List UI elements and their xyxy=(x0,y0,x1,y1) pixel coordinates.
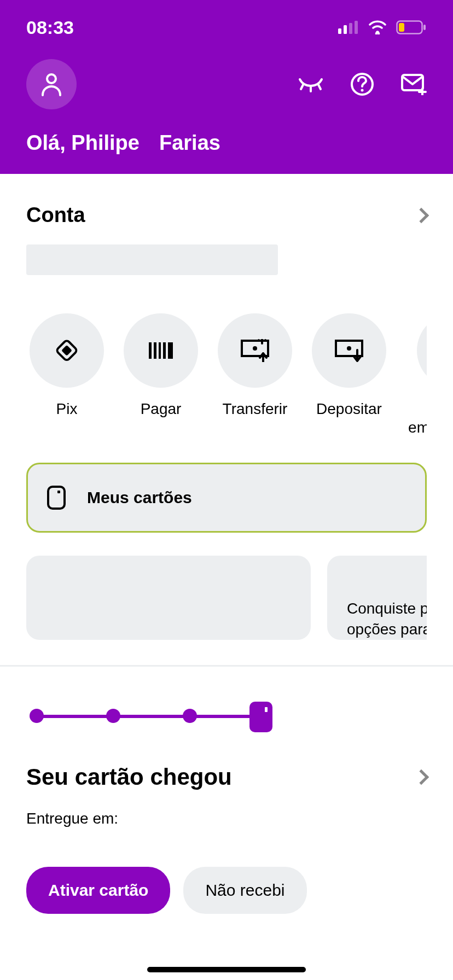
person-icon xyxy=(40,72,62,96)
action-circle xyxy=(417,313,427,388)
svg-rect-11 xyxy=(402,75,423,90)
barcode-icon xyxy=(149,342,173,359)
action-depositar[interactable]: Depositar xyxy=(309,313,390,436)
svg-point-8 xyxy=(47,74,56,83)
svg-rect-0 xyxy=(338,28,341,34)
progress-line xyxy=(33,715,263,718)
greeting: Olá, Philipe Farias xyxy=(26,131,427,155)
svg-rect-17 xyxy=(163,342,166,359)
action-pagar[interactable]: Pagar xyxy=(120,313,201,436)
action-label: Transferir xyxy=(223,400,288,418)
chevron-right-icon xyxy=(414,207,429,223)
action-emprestimo[interactable]: Pegar emprestado xyxy=(405,313,427,436)
main-content: Conta Pix Pagar xyxy=(0,203,453,640)
help-icon[interactable] xyxy=(350,72,374,96)
action-label: Pix xyxy=(56,400,78,418)
action-circle xyxy=(312,313,386,388)
my-cards-label: Meus cartões xyxy=(87,488,192,507)
status-icons xyxy=(338,20,427,34)
svg-point-22 xyxy=(347,346,351,351)
section-divider xyxy=(0,665,453,667)
progress-step xyxy=(30,709,44,723)
action-transferir[interactable]: Transferir xyxy=(214,313,295,436)
action-circle xyxy=(124,313,198,388)
action-label: Pagar xyxy=(141,400,182,418)
chevron-right-icon xyxy=(414,769,429,785)
card-arrived-row[interactable]: Seu cartão chegou xyxy=(26,764,427,790)
promo-text: Conquiste p opções para xyxy=(347,600,427,638)
progress-step xyxy=(106,709,120,723)
home-indicator[interactable] xyxy=(147,967,306,972)
status-bar: 08:33 xyxy=(26,0,427,55)
svg-rect-15 xyxy=(154,342,156,359)
wifi-icon xyxy=(368,20,387,34)
account-title: Conta xyxy=(26,203,85,227)
greeting-surname: Farias xyxy=(159,131,220,155)
header-actions xyxy=(298,72,427,96)
account-row[interactable]: Conta xyxy=(26,203,427,227)
quick-actions: Pix Pagar xyxy=(26,313,427,436)
card-actions: Ativar cartão Não recebi xyxy=(26,867,427,914)
promo-card[interactable] xyxy=(26,556,311,640)
transfer-in-icon xyxy=(334,339,364,362)
promo-carousel[interactable]: Conquiste p opções para xyxy=(26,556,427,640)
progress-step-final xyxy=(249,702,272,732)
svg-rect-24 xyxy=(48,487,65,509)
delivered-label: Entregue em: xyxy=(26,810,427,827)
action-pix[interactable]: Pix xyxy=(26,313,107,436)
my-cards-button[interactable]: Meus cartões xyxy=(26,463,427,533)
svg-rect-13 xyxy=(61,345,72,356)
svg-rect-16 xyxy=(159,342,161,359)
action-label: Pegar emprestado xyxy=(405,400,427,436)
not-received-button[interactable]: Não recebi xyxy=(183,867,306,914)
svg-rect-1 xyxy=(344,25,347,34)
status-time: 08:33 xyxy=(26,17,74,38)
app-header: 08:33 xyxy=(0,0,453,174)
profile-avatar[interactable] xyxy=(26,59,77,109)
card-arrived-title: Seu cartão chegou xyxy=(26,764,232,790)
action-circle xyxy=(218,313,292,388)
mail-add-icon[interactable] xyxy=(400,73,427,95)
transfer-out-icon xyxy=(240,339,270,362)
svg-rect-7 xyxy=(399,23,404,32)
card-icon xyxy=(47,485,66,510)
action-circle xyxy=(30,313,104,388)
svg-rect-6 xyxy=(423,25,426,30)
progress-step xyxy=(183,709,197,723)
balance-hidden xyxy=(26,244,278,275)
cellular-icon xyxy=(338,21,359,34)
pix-icon xyxy=(53,337,80,364)
header-row xyxy=(26,59,427,109)
action-label: Depositar xyxy=(316,400,382,418)
svg-rect-18 xyxy=(168,342,173,359)
card-delivery-progress xyxy=(26,699,427,732)
svg-point-10 xyxy=(361,89,364,92)
svg-point-4 xyxy=(376,31,379,34)
activate-card-button[interactable]: Ativar cartão xyxy=(26,867,170,914)
svg-rect-14 xyxy=(149,342,152,359)
svg-rect-25 xyxy=(57,491,60,493)
battery-low-icon xyxy=(396,20,427,34)
svg-rect-2 xyxy=(349,23,352,34)
svg-point-20 xyxy=(253,346,257,351)
promo-card[interactable]: Conquiste p opções para xyxy=(327,556,427,640)
svg-rect-3 xyxy=(355,21,358,34)
eye-closed-icon[interactable] xyxy=(298,76,324,92)
greeting-hello: Olá, Philipe xyxy=(26,131,140,155)
